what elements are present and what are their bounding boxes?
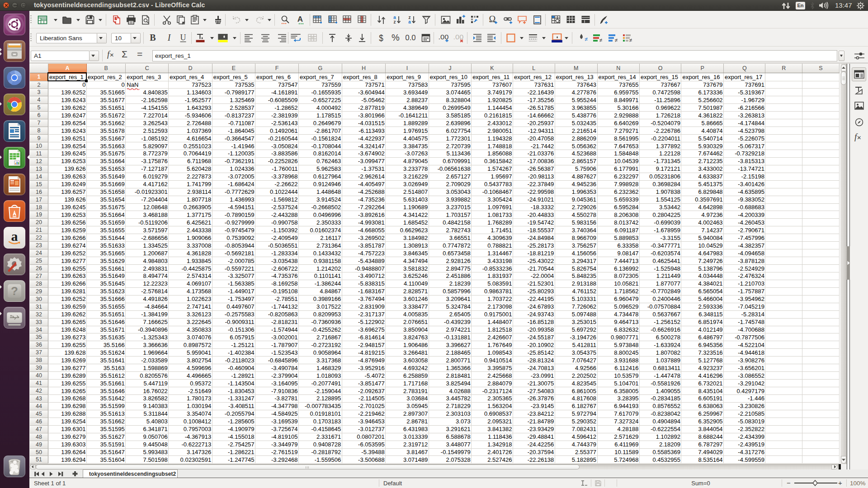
svg-text:≠: ≠ (585, 36, 588, 42)
svg-text:.00: .00 (453, 33, 464, 41)
svg-text:0.0: 0.0 (406, 33, 415, 42)
svg-text:B: B (150, 33, 156, 42)
svg-text:$: $ (379, 33, 383, 43)
svg-text:A: A (297, 15, 303, 23)
svg-text:U: U (180, 33, 186, 42)
svg-text:%: % (392, 33, 400, 42)
svg-text:≠: ≠ (599, 37, 602, 43)
svg-text:≠: ≠ (629, 37, 632, 43)
svg-text:I: I (167, 33, 171, 42)
svg-text:a: a (11, 229, 18, 244)
svg-text:a: a (408, 19, 411, 24)
svg-text:z: z (394, 19, 396, 24)
svg-text:?: ? (11, 284, 18, 298)
svg-text:≠: ≠ (615, 37, 618, 43)
